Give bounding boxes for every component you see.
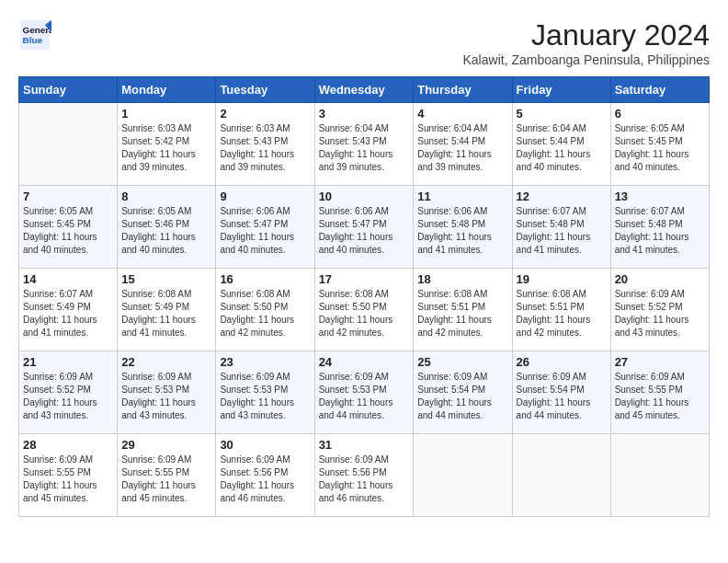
calendar-cell bbox=[610, 434, 709, 517]
day-number: 15 bbox=[121, 272, 211, 286]
calendar-cell: 2Sunrise: 6:03 AMSunset: 5:43 PMDaylight… bbox=[216, 103, 314, 186]
week-row-5: 28Sunrise: 6:09 AMSunset: 5:55 PMDayligh… bbox=[19, 434, 710, 517]
day-number: 6 bbox=[615, 107, 705, 121]
day-detail: Sunrise: 6:08 AMSunset: 5:51 PMDaylight:… bbox=[417, 288, 507, 339]
column-header-saturday: Saturday bbox=[610, 77, 709, 103]
day-number: 3 bbox=[319, 107, 410, 121]
day-detail: Sunrise: 6:09 AMSunset: 5:56 PMDaylight:… bbox=[319, 454, 410, 505]
day-number: 16 bbox=[220, 272, 310, 286]
day-detail: Sunrise: 6:08 AMSunset: 5:50 PMDaylight:… bbox=[319, 288, 410, 339]
calendar-cell bbox=[19, 103, 118, 186]
calendar-header-row: SundayMondayTuesdayWednesdayThursdayFrid… bbox=[19, 77, 710, 103]
day-detail: Sunrise: 6:09 AMSunset: 5:55 PMDaylight:… bbox=[23, 454, 113, 505]
day-detail: Sunrise: 6:09 AMSunset: 5:52 PMDaylight:… bbox=[23, 371, 113, 422]
day-number: 23 bbox=[220, 355, 310, 369]
day-detail: Sunrise: 6:07 AMSunset: 5:48 PMDaylight:… bbox=[615, 205, 705, 257]
day-detail: Sunrise: 6:09 AMSunset: 5:56 PMDaylight:… bbox=[220, 454, 310, 505]
day-detail: Sunrise: 6:05 AMSunset: 5:46 PMDaylight:… bbox=[121, 205, 211, 257]
calendar-cell bbox=[414, 434, 512, 517]
calendar-title: January 2024 bbox=[463, 18, 711, 52]
calendar-cell: 5Sunrise: 6:04 AMSunset: 5:44 PMDaylight… bbox=[512, 103, 610, 186]
day-detail: Sunrise: 6:09 AMSunset: 5:55 PMDaylight:… bbox=[121, 454, 211, 505]
logo-icon: General Blue bbox=[18, 18, 51, 52]
day-detail: Sunrise: 6:09 AMSunset: 5:52 PMDaylight:… bbox=[615, 288, 705, 339]
calendar-cell: 22Sunrise: 6:09 AMSunset: 5:53 PMDayligh… bbox=[118, 351, 216, 434]
day-detail: Sunrise: 6:06 AMSunset: 5:48 PMDaylight:… bbox=[417, 205, 507, 257]
day-number: 2 bbox=[220, 107, 310, 121]
column-header-sunday: Sunday bbox=[19, 77, 118, 103]
calendar-cell: 28Sunrise: 6:09 AMSunset: 5:55 PMDayligh… bbox=[19, 434, 118, 517]
day-number: 20 bbox=[615, 272, 705, 286]
day-number: 5 bbox=[517, 107, 607, 121]
day-number: 26 bbox=[517, 355, 607, 369]
day-number: 8 bbox=[121, 190, 211, 203]
calendar-cell: 1Sunrise: 6:03 AMSunset: 5:42 PMDaylight… bbox=[118, 103, 216, 186]
calendar-cell: 19Sunrise: 6:08 AMSunset: 5:51 PMDayligh… bbox=[512, 269, 610, 351]
calendar-cell: 9Sunrise: 6:06 AMSunset: 5:47 PMDaylight… bbox=[216, 186, 314, 269]
day-detail: Sunrise: 6:09 AMSunset: 5:55 PMDaylight:… bbox=[615, 371, 705, 422]
page-header: General Blue January 2024 Kalawit, Zambo… bbox=[18, 18, 710, 67]
day-detail: Sunrise: 6:04 AMSunset: 5:44 PMDaylight:… bbox=[417, 122, 507, 174]
calendar-cell: 4Sunrise: 6:04 AMSunset: 5:44 PMDaylight… bbox=[414, 103, 512, 186]
calendar-cell: 8Sunrise: 6:05 AMSunset: 5:46 PMDaylight… bbox=[118, 186, 216, 269]
day-number: 27 bbox=[615, 355, 705, 369]
day-number: 11 bbox=[417, 190, 507, 203]
calendar-cell: 7Sunrise: 6:05 AMSunset: 5:45 PMDaylight… bbox=[19, 186, 118, 269]
day-detail: Sunrise: 6:08 AMSunset: 5:51 PMDaylight:… bbox=[517, 288, 607, 339]
day-number: 4 bbox=[417, 107, 507, 121]
day-number: 19 bbox=[517, 272, 607, 286]
logo: General Blue bbox=[18, 18, 51, 52]
calendar-cell: 21Sunrise: 6:09 AMSunset: 5:52 PMDayligh… bbox=[19, 351, 118, 434]
day-number: 29 bbox=[121, 438, 211, 452]
day-detail: Sunrise: 6:09 AMSunset: 5:53 PMDaylight:… bbox=[220, 371, 310, 422]
day-detail: Sunrise: 6:04 AMSunset: 5:44 PMDaylight:… bbox=[517, 122, 607, 174]
week-row-1: 1Sunrise: 6:03 AMSunset: 5:42 PMDaylight… bbox=[19, 103, 710, 186]
calendar-cell: 23Sunrise: 6:09 AMSunset: 5:53 PMDayligh… bbox=[216, 351, 314, 434]
calendar-cell: 3Sunrise: 6:04 AMSunset: 5:43 PMDaylight… bbox=[314, 103, 414, 186]
day-number: 1 bbox=[121, 107, 211, 121]
day-detail: Sunrise: 6:09 AMSunset: 5:54 PMDaylight:… bbox=[417, 371, 507, 422]
day-number: 17 bbox=[319, 272, 410, 286]
calendar-body: 1Sunrise: 6:03 AMSunset: 5:42 PMDaylight… bbox=[19, 103, 710, 517]
day-detail: Sunrise: 6:03 AMSunset: 5:43 PMDaylight:… bbox=[220, 122, 310, 174]
column-header-thursday: Thursday bbox=[414, 77, 512, 103]
day-number: 18 bbox=[417, 272, 507, 286]
day-number: 21 bbox=[23, 355, 113, 369]
calendar-cell: 18Sunrise: 6:08 AMSunset: 5:51 PMDayligh… bbox=[414, 269, 512, 351]
day-number: 13 bbox=[615, 190, 705, 203]
calendar-cell: 14Sunrise: 6:07 AMSunset: 5:49 PMDayligh… bbox=[19, 269, 118, 351]
calendar-cell: 24Sunrise: 6:09 AMSunset: 5:53 PMDayligh… bbox=[314, 351, 414, 434]
day-detail: Sunrise: 6:09 AMSunset: 5:54 PMDaylight:… bbox=[517, 371, 607, 422]
day-detail: Sunrise: 6:09 AMSunset: 5:53 PMDaylight:… bbox=[319, 371, 410, 422]
day-detail: Sunrise: 6:08 AMSunset: 5:49 PMDaylight:… bbox=[121, 288, 211, 339]
calendar-subtitle: Kalawit, Zamboanga Peninsula, Philippine… bbox=[463, 52, 711, 67]
calendar-cell: 26Sunrise: 6:09 AMSunset: 5:54 PMDayligh… bbox=[512, 351, 610, 434]
calendar-cell: 16Sunrise: 6:08 AMSunset: 5:50 PMDayligh… bbox=[216, 269, 314, 351]
column-header-monday: Monday bbox=[118, 77, 216, 103]
day-number: 9 bbox=[220, 190, 310, 203]
day-detail: Sunrise: 6:07 AMSunset: 5:49 PMDaylight:… bbox=[23, 288, 113, 339]
calendar-cell: 30Sunrise: 6:09 AMSunset: 5:56 PMDayligh… bbox=[216, 434, 314, 517]
day-number: 30 bbox=[220, 438, 310, 452]
day-detail: Sunrise: 6:07 AMSunset: 5:48 PMDaylight:… bbox=[517, 205, 607, 257]
day-detail: Sunrise: 6:05 AMSunset: 5:45 PMDaylight:… bbox=[615, 122, 705, 174]
day-number: 12 bbox=[517, 190, 607, 203]
week-row-2: 7Sunrise: 6:05 AMSunset: 5:45 PMDaylight… bbox=[19, 186, 710, 269]
calendar-cell: 25Sunrise: 6:09 AMSunset: 5:54 PMDayligh… bbox=[414, 351, 512, 434]
calendar-table: SundayMondayTuesdayWednesdayThursdayFrid… bbox=[18, 76, 710, 517]
column-header-wednesday: Wednesday bbox=[314, 77, 414, 103]
week-row-3: 14Sunrise: 6:07 AMSunset: 5:49 PMDayligh… bbox=[19, 269, 710, 351]
day-number: 10 bbox=[319, 190, 410, 203]
calendar-cell: 6Sunrise: 6:05 AMSunset: 5:45 PMDaylight… bbox=[610, 103, 709, 186]
column-header-tuesday: Tuesday bbox=[216, 77, 314, 103]
day-number: 25 bbox=[417, 355, 507, 369]
calendar-cell: 10Sunrise: 6:06 AMSunset: 5:47 PMDayligh… bbox=[314, 186, 414, 269]
calendar-cell: 17Sunrise: 6:08 AMSunset: 5:50 PMDayligh… bbox=[314, 269, 414, 351]
title-area: January 2024 Kalawit, Zamboanga Peninsul… bbox=[463, 18, 711, 67]
svg-text:Blue: Blue bbox=[23, 35, 43, 45]
day-number: 7 bbox=[23, 190, 113, 203]
day-number: 24 bbox=[319, 355, 410, 369]
day-number: 14 bbox=[23, 272, 113, 286]
week-row-4: 21Sunrise: 6:09 AMSunset: 5:52 PMDayligh… bbox=[19, 351, 710, 434]
calendar-cell bbox=[512, 434, 610, 517]
